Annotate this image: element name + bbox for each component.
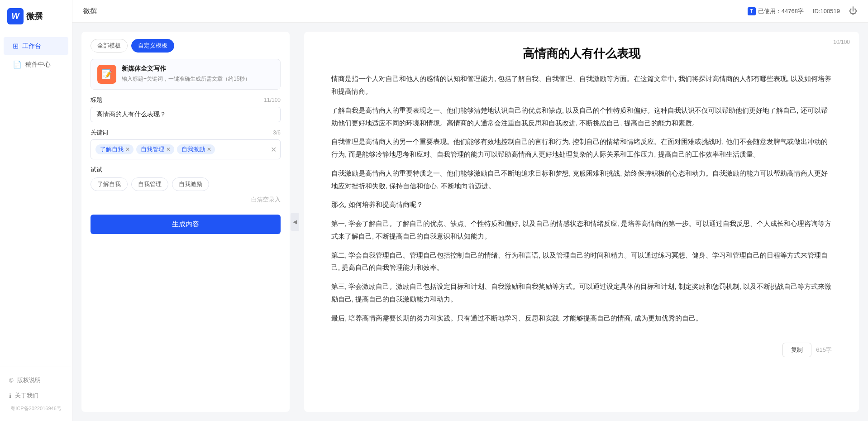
right-footer: 复制 615字 bbox=[331, 338, 832, 357]
article-body: 情商是指一个人对自己和他人的感情的认知和管理能力, 包括了解自我、自我管理、自我… bbox=[331, 72, 832, 330]
article-paragraph: 第三, 学会激励自己。激励自己包括设定目标和计划、自我激励和自我奖励等方式。可以… bbox=[331, 280, 832, 306]
about-icon: ℹ bbox=[9, 392, 11, 399]
sidebar: W 微撰 ⊞ 工作台 📄 稿件中心 © 版权说明 ℹ 关于我们 粤ICP备202… bbox=[0, 0, 72, 421]
tab-custom-templates[interactable]: 自定义模板 bbox=[131, 39, 174, 53]
article-counter: 10/100 bbox=[833, 39, 850, 45]
sidebar-workbench-label: 工作台 bbox=[22, 42, 41, 50]
content-area: 全部模板 自定义模板 📝 新媒体全文写作 输入标题+关键词，一键准确生成所需文章… bbox=[72, 23, 868, 421]
try-section: 试试 了解自我 自我管理 自我激励 白清空录入 bbox=[91, 166, 281, 205]
topbar: 微撰 T 已使用：44768字 ID:100519 ⏻ bbox=[72, 0, 868, 23]
template-name: 新媒体全文写作 bbox=[122, 65, 274, 73]
copyright-label: 版权说明 bbox=[17, 376, 41, 384]
tab-all-templates[interactable]: 全部模板 bbox=[91, 39, 128, 53]
template-icon: 📝 bbox=[97, 65, 116, 84]
generate-button[interactable]: 生成内容 bbox=[91, 215, 281, 234]
article-paragraph: 了解自我是高情商人的重要表现之一。他们能够清楚地认识自己的优点和缺点, 以及自己… bbox=[331, 104, 832, 129]
clear-all-btn[interactable]: 白清空录入 bbox=[91, 195, 281, 205]
copy-button[interactable]: 复制 bbox=[782, 343, 811, 357]
keyword-tag-1[interactable]: 了解自我 ✕ bbox=[95, 144, 134, 154]
keywords-label-row: 关键词 3/6 bbox=[91, 129, 281, 137]
title-label: 标题 bbox=[91, 96, 102, 104]
article-title: 高情商的人有什么表现 bbox=[331, 45, 832, 62]
try-tag-3[interactable]: 自我激励 bbox=[172, 177, 209, 191]
template-card: 📝 新媒体全文写作 输入标题+关键词，一键准确生成所需文章（约15秒） bbox=[91, 59, 281, 90]
try-tag-1[interactable]: 了解自我 bbox=[91, 177, 128, 191]
power-button[interactable]: ⏻ bbox=[849, 6, 857, 16]
logo-icon: W bbox=[7, 8, 24, 24]
right-panel: 10/100 高情商的人有什么表现 情商是指一个人对自己和他人的感情的认知和管理… bbox=[304, 32, 859, 412]
left-panel: 全部模板 自定义模板 📝 新媒体全文写作 输入标题+关键词，一键准确生成所需文章… bbox=[81, 32, 290, 412]
article-paragraph: 自我激励是高情商人的重要特质之一。他们能够激励自己不断地追求目标和梦想, 克服困… bbox=[331, 167, 832, 192]
template-desc: 输入标题+关键词，一键准确生成所需文章（约15秒） bbox=[122, 75, 274, 83]
article-paragraph: 情商是指一个人对自己和他人的感情的认知和管理能力, 包括了解自我、自我管理、自我… bbox=[331, 72, 832, 98]
try-tag-2[interactable]: 自我管理 bbox=[131, 177, 168, 191]
sidebar-footer: © 版权说明 ℹ 关于我们 粤ICP备2022016946号 bbox=[0, 367, 72, 421]
keywords-label: 关键词 bbox=[91, 129, 108, 137]
workbench-icon: ⊞ bbox=[13, 42, 19, 50]
drafts-icon: 📄 bbox=[13, 60, 22, 69]
keyword-remove-3[interactable]: ✕ bbox=[207, 146, 211, 153]
usage-icon: T bbox=[748, 7, 756, 15]
sidebar-item-workbench[interactable]: ⊞ 工作台 bbox=[4, 37, 68, 55]
keywords-box[interactable]: 了解自我 ✕ 自我管理 ✕ 自我激励 ✕ ✕ bbox=[91, 139, 281, 159]
sidebar-nav: ⊞ 工作台 📄 稿件中心 bbox=[0, 33, 72, 367]
about-item[interactable]: ℹ 关于我们 bbox=[0, 388, 72, 403]
logo-text: 微撰 bbox=[26, 11, 43, 22]
article-paragraph: 那么, 如何培养和提高情商呢？ bbox=[331, 198, 832, 211]
try-label: 试试 bbox=[91, 166, 281, 174]
keyword-remove-1[interactable]: ✕ bbox=[125, 146, 130, 153]
usage-label: 已使用：44768字 bbox=[758, 7, 804, 15]
id-info: ID:100519 bbox=[813, 8, 840, 14]
logo-area: W 微撰 bbox=[0, 0, 72, 33]
article-paragraph: 第一, 学会了解自己。了解自己的优点、缺点、个性特质和偏好, 以及自己的情感状态… bbox=[331, 217, 832, 243]
title-label-row: 标题 11/100 bbox=[91, 96, 281, 104]
try-tags: 了解自我 自我管理 自我激励 bbox=[91, 177, 281, 191]
copyright-icon: © bbox=[9, 377, 14, 384]
template-info: 新媒体全文写作 输入标题+关键词，一键准确生成所需文章（约15秒） bbox=[122, 65, 274, 83]
topbar-right: T 已使用：44768字 ID:100519 ⏻ bbox=[748, 6, 857, 16]
title-input[interactable] bbox=[91, 107, 281, 122]
topbar-title: 微撰 bbox=[83, 7, 97, 15]
icp-text: 粤ICP备2022016946号 bbox=[0, 403, 72, 416]
keyword-remove-2[interactable]: ✕ bbox=[166, 146, 171, 153]
main-area: 微撰 T 已使用：44768字 ID:100519 ⏻ 全部模板 自定义模板 📝 bbox=[72, 0, 868, 421]
keyword-tag-3[interactable]: 自我激励 ✕ bbox=[177, 144, 215, 154]
sidebar-drafts-label: 稿件中心 bbox=[25, 61, 51, 69]
usage-info: T 已使用：44768字 bbox=[748, 7, 804, 15]
article-paragraph: 最后, 培养高情商需要长期的努力和实践。只有通过不断地学习、反思和实践, 才能够… bbox=[331, 312, 832, 325]
keywords-section: 关键词 3/6 了解自我 ✕ 自我管理 ✕ 自我激励 ✕ bbox=[91, 129, 281, 159]
template-tabs: 全部模板 自定义模板 bbox=[91, 39, 281, 53]
article-paragraph: 自我管理是高情商人的另一个重要表现。他们能够有效地控制自己的言行和行为, 控制自… bbox=[331, 135, 832, 161]
sidebar-item-drafts[interactable]: 📄 稿件中心 bbox=[4, 56, 68, 73]
title-count: 11/100 bbox=[264, 97, 281, 103]
word-count: 615字 bbox=[816, 346, 832, 354]
article-paragraph: 第二, 学会自我管理自己。管理自己包括控制自己的情绪、行为和言语, 以及管理自己… bbox=[331, 249, 832, 274]
copyright-item[interactable]: © 版权说明 bbox=[0, 373, 72, 388]
about-label: 关于我们 bbox=[15, 392, 38, 400]
keywords-clear-btn[interactable]: ✕ bbox=[271, 145, 277, 154]
keyword-tag-2[interactable]: 自我管理 ✕ bbox=[136, 144, 174, 154]
collapse-button[interactable]: ◀ bbox=[291, 213, 299, 231]
title-section: 标题 11/100 bbox=[91, 96, 281, 122]
keywords-count: 3/6 bbox=[273, 129, 281, 136]
